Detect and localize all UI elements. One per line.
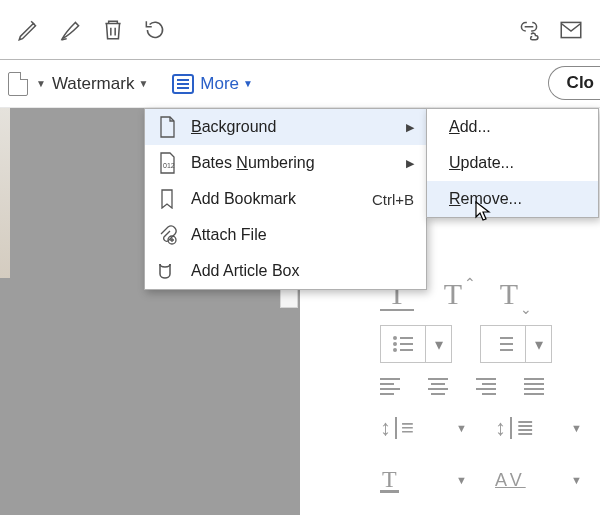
list-row: ▾ ▾	[380, 325, 582, 363]
align-left-button[interactable]	[380, 377, 400, 395]
menu-label: Add Bookmark	[191, 190, 372, 208]
submenu-item-add[interactable]: Add...	[427, 109, 598, 145]
line-spacing-icon: ↕≡	[380, 415, 414, 441]
page-icon	[155, 116, 179, 138]
bullet-list-dropdown[interactable]: ▾	[426, 325, 452, 363]
rotate-icon[interactable]	[134, 9, 176, 51]
submenu-arrow-icon: ▶	[406, 157, 414, 170]
link-cloud-icon[interactable]	[508, 9, 550, 51]
mail-icon[interactable]	[550, 9, 592, 51]
submenu-label: Update...	[449, 154, 514, 172]
bates-icon: 012	[155, 152, 179, 174]
align-right-button[interactable]	[476, 377, 496, 395]
watermark-caret: ▼	[138, 78, 148, 89]
background-submenu: Add... Update... Remove...	[426, 108, 599, 218]
watermark-dropdown[interactable]: Watermark ▼	[52, 74, 148, 94]
align-justify-button[interactable]	[524, 377, 544, 395]
submenu-item-update[interactable]: Update...	[427, 145, 598, 181]
superscript-button[interactable]: T⌃	[436, 277, 470, 311]
menu-item-add-bookmark[interactable]: Add Bookmark Ctrl+B	[145, 181, 426, 217]
line-spacing-control[interactable]: ↕≡ ▼	[380, 409, 467, 447]
top-toolbar	[0, 0, 600, 60]
close-button[interactable]: Clo	[548, 66, 600, 100]
attach-icon	[155, 225, 179, 245]
more-menu: Background ▶ 012 Bates Numbering ▶ Add B…	[144, 108, 427, 290]
second-toolbar: ▼ Watermark ▼ More ▼ Clo	[0, 60, 600, 108]
list-icon	[172, 74, 194, 94]
subscript-button[interactable]: T⌄	[492, 277, 526, 311]
submenu-item-remove[interactable]: Remove...	[427, 181, 598, 217]
bullet-list-button[interactable]	[380, 325, 426, 363]
submenu-label: Add...	[449, 118, 491, 136]
watermark-label: Watermark	[52, 74, 135, 94]
char-spacing-icon: AV	[495, 470, 526, 491]
menu-item-background[interactable]: Background ▶	[145, 109, 426, 145]
svg-text:012: 012	[163, 162, 175, 169]
submenu-label: Remove...	[449, 190, 522, 208]
work-area: Background ▶ 012 Bates Numbering ▶ Add B…	[0, 108, 600, 515]
spacing-row: ↕≡ ▼ ↕≣ ▼	[380, 409, 582, 447]
text-color-icon: T	[380, 468, 399, 493]
menu-label: Background	[191, 118, 398, 136]
menu-item-bates-numbering[interactable]: 012 Bates Numbering ▶	[145, 145, 426, 181]
bullet-list-group: ▾	[380, 325, 452, 363]
article-box-icon	[155, 261, 179, 281]
paragraph-spacing-icon: ↕≣	[495, 415, 534, 441]
chevron-down-icon: ▼	[456, 422, 467, 434]
char-spacing-control[interactable]: AV ▼	[495, 461, 582, 499]
paragraph-spacing-control[interactable]: ↕≣ ▼	[495, 409, 582, 447]
text-advanced-row: T ▼ AV ▼	[380, 461, 582, 499]
sign-pen-icon[interactable]	[50, 9, 92, 51]
menu-label: Bates Numbering	[191, 154, 398, 172]
align-center-button[interactable]	[428, 377, 448, 395]
menu-label: Attach File	[191, 226, 414, 244]
svg-rect-0	[561, 22, 581, 37]
trash-icon[interactable]	[92, 9, 134, 51]
bookmark-icon	[155, 189, 179, 209]
edit-pencil-icon[interactable]	[8, 9, 50, 51]
more-dropdown[interactable]: More ▼	[172, 74, 253, 94]
text-color-control[interactable]: T ▼	[380, 461, 467, 499]
menu-item-add-article-box[interactable]: Add Article Box	[145, 253, 426, 289]
submenu-arrow-icon: ▶	[406, 121, 414, 134]
page-dropdown-caret[interactable]: ▼	[36, 78, 46, 89]
chevron-down-icon: ▼	[571, 474, 582, 486]
menu-shortcut: Ctrl+B	[372, 191, 414, 208]
document-thumbnail	[0, 108, 10, 278]
menu-label: Add Article Box	[191, 262, 414, 280]
numbered-list-button[interactable]	[480, 325, 526, 363]
more-label: More	[200, 74, 239, 94]
menu-item-attach-file[interactable]: Attach File	[145, 217, 426, 253]
numbered-list-dropdown[interactable]: ▾	[526, 325, 552, 363]
align-row	[380, 377, 582, 395]
chevron-down-icon: ▼	[456, 474, 467, 486]
numbered-list-group: ▾	[480, 325, 552, 363]
page-icon[interactable]	[8, 72, 28, 96]
more-caret: ▼	[243, 78, 253, 89]
chevron-down-icon: ▼	[571, 422, 582, 434]
